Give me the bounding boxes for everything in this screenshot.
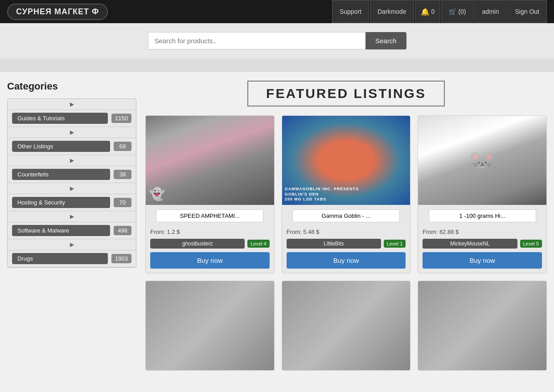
category-row-drugs: Drugs 1903 [8,250,136,267]
search-input[interactable] [148,32,365,49]
admin-button[interactable]: admin [474,0,506,23]
notifications-count: 0 [431,8,435,15]
product-title-row-0: SPEED AMPHETAMI... [146,205,274,227]
product-card-5 [418,281,547,371]
search-bar: Search [148,32,406,49]
buy-now-button-0[interactable]: Buy now [150,252,270,269]
product-price-2: From: 62.88 $ [418,227,546,237]
level-badge-0: Level 4 [247,240,269,248]
level-badge-2: Level 5 [520,240,542,248]
product-image-0: 👻 [146,116,274,205]
product-title-row-2: 1 -100 grams Hi... [418,205,546,227]
category-other-count: 69 [114,142,131,151]
category-row-software: Software & Malware 498 [8,222,136,239]
category-counterfeits-button[interactable]: Counterfeits [12,169,110,180]
product-image-4 [282,281,410,370]
category-row-guides: Guides & Tutorials 1150 [8,110,136,127]
search-area: Search [0,23,554,58]
category-hosting-button[interactable]: Hosting & Security [12,197,110,208]
product-title-row-1: Gamma Goblin - ... [282,205,410,227]
product-grid-2 [145,281,547,371]
category-row-hosting: Hosting & Security 70 [8,194,136,211]
seller-row-0: ghostbusterz Level 4 [146,237,274,252]
featured-title: FEATURED LISTINGS [247,81,445,106]
product-title-button-0[interactable]: SPEED AMPHETAMI... [156,209,263,222]
featured-header: FEATURED LISTINGS [145,81,547,106]
arrow-row-4: ▶ [8,211,136,222]
category-drugs-button[interactable]: Drugs [12,253,108,264]
product-card-0: 👻 SPEED AMPHETAMI... From: 1.2 $ ghostbu… [145,115,275,274]
product-image-2: 🐭 [418,116,546,205]
arrow-row-1: ▶ [8,127,136,138]
product-image-1: GammaGoblin Inc. presentsGOBLIN'S DEN200… [282,116,410,205]
mickey-icon: 🐭 [469,148,496,173]
main-layout: Categories ▶ Guides & Tutorials 1150 ▶ O… [0,72,554,384]
darkmode-button[interactable]: Darkmode [370,0,414,23]
product-card-1: GammaGoblin Inc. presentsGOBLIN'S DEN200… [282,115,411,274]
seller-row-1: LittleBits Level 1 [282,237,410,252]
divider [0,58,554,72]
signout-button[interactable]: Sign Out [508,0,547,23]
category-row-other: Other Listings 69 [8,138,136,155]
search-button[interactable]: Search [365,32,406,49]
brand-logo: СУРНЕЯ МАГКЕТ Ф [7,4,108,20]
category-drugs-count: 1903 [111,254,131,263]
buy-now-button-1[interactable]: Buy now [287,252,406,269]
category-software-count: 498 [114,226,131,235]
product-card-2: 🐭 1 -100 grams Hi... From: 62.88 $ Micke… [418,115,547,274]
bell-icon: 🔔 [421,8,430,16]
category-software-button[interactable]: Software & Malware [12,225,110,236]
buy-now-button-2[interactable]: Buy now [423,252,542,269]
seller-button-1[interactable]: LittleBits [287,239,381,249]
goblin-text: GammaGoblin Inc. presentsGOBLIN'S DEN200… [285,187,359,202]
notifications-button[interactable]: 🔔 0 [415,0,441,23]
seller-button-2[interactable]: MickeyMouseNL [423,239,517,249]
product-price-0: From: 1.2 $ [146,227,274,237]
product-image-5 [418,281,546,370]
product-title-button-2[interactable]: 1 -100 grams Hi... [429,209,536,222]
level-badge-1: Level 1 [384,240,406,248]
arrow-row-2: ▶ [8,155,136,166]
product-card-3 [145,281,275,371]
arrow-row-5: ▶ [8,239,136,250]
product-grid: 👻 SPEED AMPHETAMI... From: 1.2 $ ghostbu… [145,115,547,274]
category-guides-button[interactable]: Guides & Tutorials [12,113,108,124]
sidebar: Categories ▶ Guides & Tutorials 1150 ▶ O… [7,81,136,375]
category-guides-count: 1150 [111,114,131,123]
product-image-inner-1: GammaGoblin Inc. presentsGOBLIN'S DEN200… [282,116,410,205]
seller-button-0[interactable]: ghostbusterz [150,239,245,249]
category-counterfeits-count: 38 [114,170,131,179]
product-image-inner-0: 👻 [146,116,274,205]
cart-button[interactable]: 🛒 (0) [441,0,473,23]
product-title-button-1[interactable]: Gamma Goblin - ... [292,209,400,222]
arrow-row-3: ▶ [8,183,136,194]
support-button[interactable]: Support [332,0,369,23]
category-row-counterfeits: Counterfeits 38 [8,166,136,183]
product-card-4 [282,281,411,371]
content-area: FEATURED LISTINGS 👻 SPEED AMPHETAMI... F… [145,81,547,375]
seller-row-2: MickeyMouseNL Level 5 [418,237,546,252]
category-hosting-count: 70 [114,198,131,207]
arrow-row-0: ▶ [8,99,136,110]
product-price-1: From: 5.48 $ [282,227,410,237]
ghostbusters-logo-icon: 👻 [149,187,165,201]
product-image-3 [146,281,274,370]
navbar: СУРНЕЯ МАГКЕТ Ф Support Darkmode 🔔 0 🛒 (… [0,0,554,23]
nav-actions: Support Darkmode 🔔 0 🛒 (0) admin Sign Ou… [332,0,547,23]
categories-title: Categories [7,81,136,92]
category-other-button[interactable]: Other Listings [12,141,110,152]
categories-box: ▶ Guides & Tutorials 1150 ▶ Other Listin… [7,98,136,268]
product-image-inner-2: 🐭 [418,116,546,205]
